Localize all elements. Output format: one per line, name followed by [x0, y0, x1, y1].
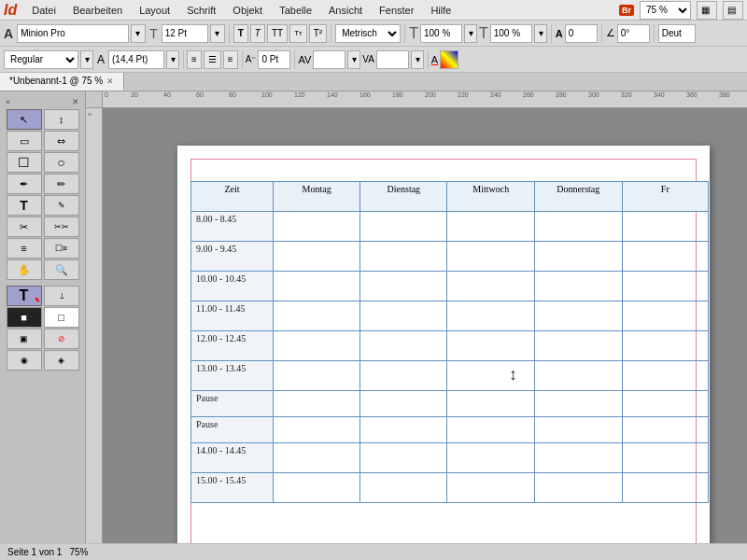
- data-cell[interactable]: [622, 443, 708, 473]
- color-swatch-btn[interactable]: ▣: [7, 329, 42, 349]
- type2-tool-btn[interactable]: ✎: [44, 195, 79, 216]
- width-pct-input[interactable]: [420, 24, 462, 43]
- kern2-input[interactable]: [376, 50, 409, 69]
- direct-select-btn[interactable]: ↕: [44, 109, 79, 130]
- data-cell[interactable]: [534, 331, 622, 361]
- data-cell[interactable]: [622, 212, 708, 242]
- menu-tabelle[interactable]: Tabelle: [272, 3, 319, 18]
- style-size-input[interactable]: [108, 50, 164, 69]
- scissors-btn[interactable]: ✂: [7, 217, 42, 237]
- height-pct-dropdown[interactable]: ▾: [534, 24, 547, 43]
- data-cell[interactable]: [360, 391, 447, 417]
- menu-hilfe[interactable]: Hilfe: [423, 3, 458, 18]
- data-cell[interactable]: [534, 361, 622, 391]
- font-name-input[interactable]: [17, 24, 129, 43]
- align-center-btn[interactable]: ☰: [204, 50, 221, 69]
- height-pct-input[interactable]: [490, 24, 532, 43]
- align-left-btn[interactable]: ≡: [187, 50, 202, 69]
- toolbox-collapse[interactable]: «: [6, 97, 10, 106]
- angle-input[interactable]: [617, 24, 650, 43]
- view-btn-2[interactable]: ▤: [723, 1, 743, 20]
- data-cell[interactable]: [360, 473, 447, 503]
- menu-datei[interactable]: Datei: [24, 3, 63, 18]
- data-cell[interactable]: [274, 443, 360, 473]
- font-size-dropdown[interactable]: ▾: [210, 24, 225, 43]
- note-btn[interactable]: ≡: [7, 238, 42, 259]
- data-cell[interactable]: [447, 212, 534, 242]
- menu-layout[interactable]: Layout: [132, 3, 177, 18]
- data-cell[interactable]: [534, 242, 622, 272]
- data-cell[interactable]: [274, 361, 360, 391]
- language-input[interactable]: [658, 24, 696, 43]
- rect-frame-btn[interactable]: ☐: [7, 152, 42, 173]
- font-name-dropdown[interactable]: ▾: [131, 24, 146, 43]
- data-cell[interactable]: [274, 212, 360, 242]
- type-style-btn[interactable]: Ʇ: [44, 286, 79, 306]
- data-cell[interactable]: [622, 391, 708, 417]
- data-cell[interactable]: [622, 242, 708, 272]
- data-cell[interactable]: [274, 473, 360, 503]
- style-size-dropdown[interactable]: ▾: [166, 50, 179, 69]
- data-cell[interactable]: [534, 391, 622, 417]
- fill-black-btn[interactable]: ■: [7, 307, 42, 328]
- none-btn[interactable]: ⊘: [44, 329, 79, 349]
- data-cell[interactable]: [622, 473, 708, 503]
- data-cell[interactable]: [622, 361, 708, 391]
- menu-objekt[interactable]: Objekt: [225, 3, 270, 18]
- pen2-tool-btn[interactable]: ✏: [44, 174, 79, 194]
- type-active-btn[interactable]: T ✎: [7, 286, 42, 306]
- data-cell[interactable]: [447, 361, 534, 391]
- smallcaps-btn[interactable]: Tт: [289, 24, 307, 43]
- data-cell[interactable]: [274, 417, 360, 443]
- data-cell[interactable]: [534, 473, 622, 503]
- zoom-selector[interactable]: 75 % 100 % 50 %: [640, 1, 691, 20]
- menu-ansicht[interactable]: Ansicht: [321, 3, 370, 18]
- menu-schrift[interactable]: Schrift: [179, 3, 223, 18]
- data-cell[interactable]: [622, 301, 708, 331]
- kern-dropdown[interactable]: ▾: [347, 50, 360, 69]
- data-cell[interactable]: [534, 417, 622, 443]
- data-cell[interactable]: [360, 361, 447, 391]
- width-pct-dropdown[interactable]: ▾: [464, 24, 477, 43]
- data-cell[interactable]: [360, 272, 447, 301]
- tab-unbenannt[interactable]: *Unbenannt-1 @ 75 % ✕: [0, 73, 124, 91]
- type-tool-btn[interactable]: T: [7, 195, 42, 216]
- zoom-btn[interactable]: 🔍: [44, 259, 79, 280]
- superscript-btn[interactable]: T²: [309, 24, 327, 43]
- align-right-btn[interactable]: ≡: [223, 50, 238, 69]
- data-cell[interactable]: [534, 443, 622, 473]
- data-cell[interactable]: [447, 242, 534, 272]
- data-cell[interactable]: [622, 417, 708, 443]
- font-size-input[interactable]: [162, 24, 208, 43]
- data-cell[interactable]: [622, 331, 708, 361]
- data-cell[interactable]: [534, 212, 622, 242]
- style-select[interactable]: Regular: [4, 50, 78, 69]
- misc2-btn[interactable]: ◈: [44, 350, 79, 371]
- frame-tool-btn[interactable]: ▭: [7, 131, 42, 151]
- baseline-input[interactable]: [258, 50, 290, 69]
- data-cell[interactable]: [360, 301, 447, 331]
- kern-input[interactable]: [313, 50, 345, 69]
- menu-fenster[interactable]: Fenster: [372, 3, 421, 18]
- document-canvas[interactable]: Zeit Montag Dienstag Mittwoch Donnerstag…: [103, 108, 747, 543]
- kern2-dropdown[interactable]: ▾: [411, 50, 424, 69]
- hand-btn[interactable]: ✋: [7, 259, 42, 280]
- data-cell[interactable]: [274, 331, 360, 361]
- data-cell[interactable]: [360, 443, 447, 473]
- data-cell[interactable]: [534, 301, 622, 331]
- view-btn-1[interactable]: ▦: [697, 1, 717, 20]
- canvas-area[interactable]: 0 20 40 60 80 100 120 140 160 180 200 22…: [86, 91, 747, 543]
- data-cell[interactable]: [447, 417, 534, 443]
- select-tool-btn[interactable]: ↖: [7, 109, 42, 130]
- data-cell[interactable]: [447, 301, 534, 331]
- data-cell[interactable]: [274, 301, 360, 331]
- data-cell[interactable]: [274, 272, 360, 301]
- italic-btn[interactable]: T: [250, 24, 265, 43]
- pen-tool-btn[interactable]: ✒: [7, 174, 42, 194]
- fill-white-btn[interactable]: □: [44, 307, 79, 328]
- style-dropdown[interactable]: ▾: [80, 50, 93, 69]
- measure-select[interactable]: Metrisch: [335, 24, 401, 43]
- data-cell[interactable]: [360, 331, 447, 361]
- data-cell[interactable]: [360, 417, 447, 443]
- bold-btn[interactable]: T: [233, 24, 248, 43]
